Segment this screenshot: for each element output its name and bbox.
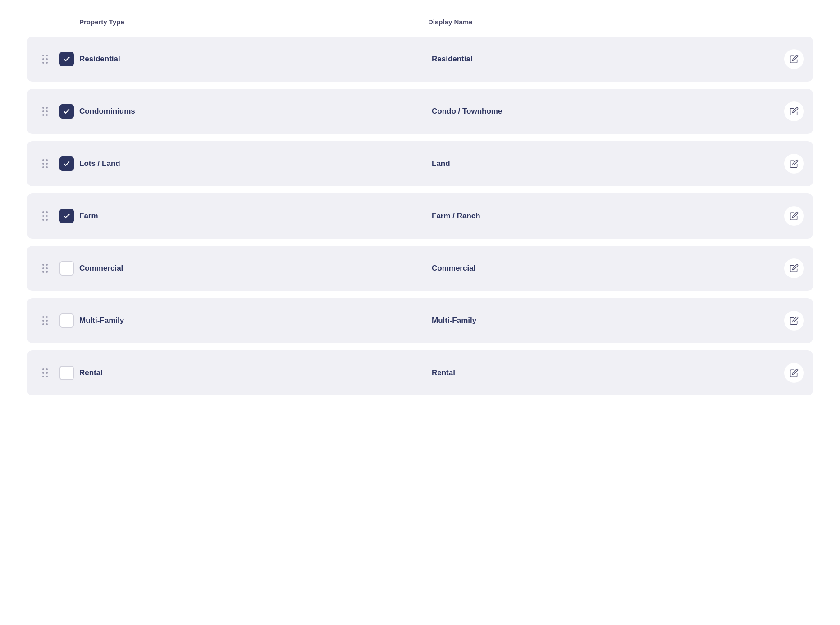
edit-button[interactable] <box>784 311 804 331</box>
property-type-label: Lots / Land <box>79 159 432 168</box>
table-row: RentalRental <box>27 350 813 395</box>
edit-button[interactable] <box>784 258 804 278</box>
edit-button[interactable] <box>784 49 804 69</box>
edit-button[interactable] <box>784 101 804 121</box>
table-row: CondominiumsCondo / Townhome <box>27 89 813 134</box>
display-name-label: Land <box>432 159 784 168</box>
checkbox-unchecked[interactable] <box>59 313 74 328</box>
property-list: ResidentialResidential CondominiumsCondo… <box>27 37 813 395</box>
drag-handle-icon[interactable] <box>36 264 54 273</box>
checkbox-checked[interactable] <box>59 104 74 119</box>
drag-handle-icon[interactable] <box>36 107 54 116</box>
property-type-label: Condominiums <box>79 107 432 116</box>
edit-button[interactable] <box>784 154 804 174</box>
display-name-label: Multi-Family <box>432 316 784 325</box>
drag-handle-icon[interactable] <box>36 211 54 221</box>
drag-handle-icon[interactable] <box>36 159 54 168</box>
display-name-label: Rental <box>432 368 784 377</box>
edit-button[interactable] <box>784 206 804 226</box>
property-type-label: Farm <box>79 211 432 221</box>
checkbox-unchecked[interactable] <box>59 366 74 380</box>
table-row: Lots / LandLand <box>27 141 813 186</box>
display-name-label: Commercial <box>432 264 784 273</box>
checkbox-checked[interactable] <box>59 52 74 66</box>
edit-button[interactable] <box>784 363 804 383</box>
property-type-label: Multi-Family <box>79 316 432 325</box>
property-type-label: Rental <box>79 368 432 377</box>
table-row: Multi-FamilyMulti-Family <box>27 298 813 343</box>
checkbox-unchecked[interactable] <box>59 261 74 276</box>
display-name-column-header: Display Name <box>428 18 777 26</box>
display-name-label: Residential <box>432 55 784 64</box>
table-row: FarmFarm / Ranch <box>27 193 813 239</box>
drag-handle-icon[interactable] <box>36 368 54 377</box>
drag-handle-icon[interactable] <box>36 316 54 325</box>
property-type-label: Commercial <box>79 264 432 273</box>
table-row: ResidentialResidential <box>27 37 813 82</box>
table-row: CommercialCommercial <box>27 246 813 291</box>
checkbox-checked[interactable] <box>59 209 74 223</box>
property-type-column-header: Property Type <box>79 18 428 26</box>
display-name-label: Condo / Townhome <box>432 107 784 116</box>
table-header: Property Type Display Name <box>27 18 813 33</box>
property-type-label: Residential <box>79 55 432 64</box>
display-name-label: Farm / Ranch <box>432 211 784 221</box>
drag-handle-icon[interactable] <box>36 55 54 64</box>
checkbox-checked[interactable] <box>59 156 74 171</box>
